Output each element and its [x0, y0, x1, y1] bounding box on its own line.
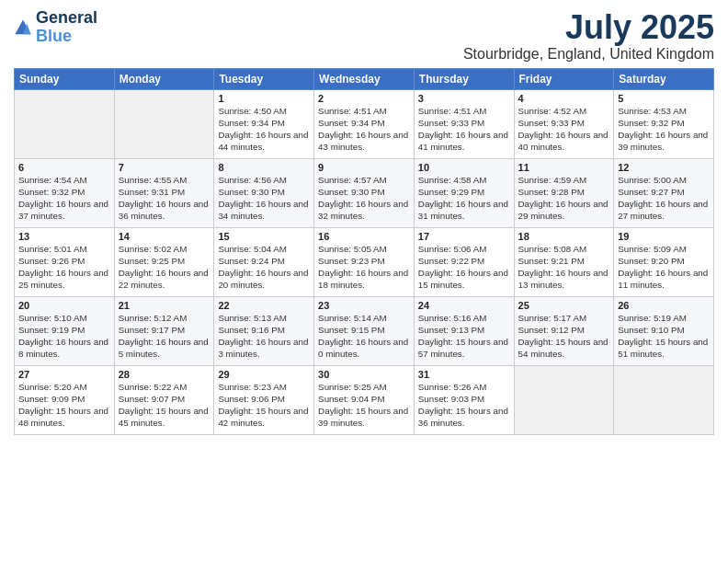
- day-number: 27: [18, 369, 110, 380]
- header: General Blue July 2025 Stourbridge, Engl…: [14, 9, 714, 63]
- day-number: 29: [218, 369, 310, 380]
- cell-inner: 9Sunrise: 4:57 AM Sunset: 9:30 PM Daylig…: [318, 162, 410, 224]
- calendar-cell: 1Sunrise: 4:50 AM Sunset: 9:34 PM Daylig…: [214, 89, 314, 158]
- calendar-cell: 12Sunrise: 5:00 AM Sunset: 9:27 PM Dayli…: [614, 158, 714, 227]
- cell-inner: 7Sunrise: 4:55 AM Sunset: 9:31 PM Daylig…: [119, 162, 210, 224]
- day-header-tuesday: Tuesday: [214, 68, 314, 89]
- day-header-friday: Friday: [514, 68, 614, 89]
- day-number: 10: [418, 162, 510, 173]
- cell-inner: 14Sunrise: 5:02 AM Sunset: 9:25 PM Dayli…: [119, 231, 210, 293]
- calendar-cell: 6Sunrise: 4:54 AM Sunset: 9:32 PM Daylig…: [15, 158, 115, 227]
- calendar-cell: 14Sunrise: 5:02 AM Sunset: 9:25 PM Dayli…: [114, 227, 214, 296]
- day-info: Sunrise: 5:02 AM Sunset: 9:25 PM Dayligh…: [119, 243, 210, 292]
- cell-inner: 22Sunrise: 5:13 AM Sunset: 9:16 PM Dayli…: [218, 300, 310, 362]
- cell-inner: [618, 369, 710, 431]
- calendar-cell: 16Sunrise: 5:05 AM Sunset: 9:23 PM Dayli…: [314, 227, 415, 296]
- day-number: 30: [318, 369, 410, 380]
- calendar-cell: 19Sunrise: 5:09 AM Sunset: 9:20 PM Dayli…: [614, 227, 714, 296]
- calendar-table: SundayMondayTuesdayWednesdayThursdayFrid…: [14, 68, 714, 435]
- day-header-monday: Monday: [114, 68, 214, 89]
- week-row-4: 20Sunrise: 5:10 AM Sunset: 9:19 PM Dayli…: [15, 296, 714, 365]
- calendar-cell: 3Sunrise: 4:51 AM Sunset: 9:33 PM Daylig…: [414, 89, 514, 158]
- day-info: Sunrise: 5:14 AM Sunset: 9:15 PM Dayligh…: [318, 312, 410, 361]
- cell-inner: 24Sunrise: 5:16 AM Sunset: 9:13 PM Dayli…: [418, 300, 510, 362]
- day-info: Sunrise: 5:12 AM Sunset: 9:17 PM Dayligh…: [119, 312, 210, 361]
- day-number: 16: [318, 231, 410, 242]
- day-info: Sunrise: 4:59 AM Sunset: 9:28 PM Dayligh…: [518, 174, 610, 223]
- day-number: 11: [518, 162, 610, 173]
- logo-icon: [14, 18, 32, 37]
- day-number: 19: [618, 231, 710, 242]
- week-row-2: 6Sunrise: 4:54 AM Sunset: 9:32 PM Daylig…: [15, 158, 714, 227]
- calendar-cell: 24Sunrise: 5:16 AM Sunset: 9:13 PM Dayli…: [414, 296, 514, 365]
- cell-inner: 30Sunrise: 5:25 AM Sunset: 9:04 PM Dayli…: [318, 369, 410, 431]
- calendar-cell: 7Sunrise: 4:55 AM Sunset: 9:31 PM Daylig…: [114, 158, 214, 227]
- calendar-cell: 18Sunrise: 5:08 AM Sunset: 9:21 PM Dayli…: [514, 227, 614, 296]
- day-info: Sunrise: 4:50 AM Sunset: 9:34 PM Dayligh…: [218, 105, 310, 154]
- day-number: 22: [218, 300, 310, 311]
- calendar-cell: 10Sunrise: 4:58 AM Sunset: 9:29 PM Dayli…: [414, 158, 514, 227]
- calendar-cell: [114, 89, 214, 158]
- main-title: July 2025: [463, 9, 714, 46]
- calendar-cell: [614, 365, 714, 434]
- title-block: July 2025 Stourbridge, England, United K…: [463, 9, 714, 63]
- day-info: Sunrise: 4:56 AM Sunset: 9:30 PM Dayligh…: [218, 174, 310, 223]
- calendar-cell: 27Sunrise: 5:20 AM Sunset: 9:09 PM Dayli…: [15, 365, 115, 434]
- cell-inner: 10Sunrise: 4:58 AM Sunset: 9:29 PM Dayli…: [418, 162, 510, 224]
- day-number: 4: [518, 93, 610, 104]
- calendar-cell: 2Sunrise: 4:51 AM Sunset: 9:34 PM Daylig…: [314, 89, 415, 158]
- days-row: SundayMondayTuesdayWednesdayThursdayFrid…: [15, 68, 714, 89]
- day-info: Sunrise: 5:04 AM Sunset: 9:24 PM Dayligh…: [218, 243, 310, 292]
- day-info: Sunrise: 5:20 AM Sunset: 9:09 PM Dayligh…: [18, 381, 110, 430]
- day-number: 13: [18, 231, 110, 242]
- day-number: 6: [18, 162, 110, 173]
- day-number: 2: [318, 93, 410, 104]
- cell-inner: 27Sunrise: 5:20 AM Sunset: 9:09 PM Dayli…: [18, 369, 110, 431]
- cell-inner: 11Sunrise: 4:59 AM Sunset: 9:28 PM Dayli…: [518, 162, 610, 224]
- calendar-cell: 28Sunrise: 5:22 AM Sunset: 9:07 PM Dayli…: [114, 365, 214, 434]
- calendar-cell: 26Sunrise: 5:19 AM Sunset: 9:10 PM Dayli…: [614, 296, 714, 365]
- day-info: Sunrise: 5:19 AM Sunset: 9:10 PM Dayligh…: [618, 312, 710, 361]
- cell-inner: 23Sunrise: 5:14 AM Sunset: 9:15 PM Dayli…: [318, 300, 410, 362]
- calendar-cell: 23Sunrise: 5:14 AM Sunset: 9:15 PM Dayli…: [314, 296, 415, 365]
- day-info: Sunrise: 5:25 AM Sunset: 9:04 PM Dayligh…: [318, 381, 410, 430]
- day-number: 21: [119, 300, 210, 311]
- cell-inner: [18, 93, 110, 155]
- day-info: Sunrise: 4:53 AM Sunset: 9:32 PM Dayligh…: [618, 105, 710, 154]
- day-header-sunday: Sunday: [15, 68, 115, 89]
- cell-inner: 29Sunrise: 5:23 AM Sunset: 9:06 PM Dayli…: [218, 369, 310, 431]
- day-number: 31: [418, 369, 510, 380]
- logo: General Blue: [14, 9, 97, 46]
- calendar-cell: 17Sunrise: 5:06 AM Sunset: 9:22 PM Dayli…: [414, 227, 514, 296]
- calendar-cell: 13Sunrise: 5:01 AM Sunset: 9:26 PM Dayli…: [15, 227, 115, 296]
- day-info: Sunrise: 5:17 AM Sunset: 9:12 PM Dayligh…: [518, 312, 610, 361]
- cell-inner: [518, 369, 610, 431]
- calendar-cell: [514, 365, 614, 434]
- cell-inner: 8Sunrise: 4:56 AM Sunset: 9:30 PM Daylig…: [218, 162, 310, 224]
- cell-inner: 3Sunrise: 4:51 AM Sunset: 9:33 PM Daylig…: [418, 93, 510, 155]
- calendar-cell: 15Sunrise: 5:04 AM Sunset: 9:24 PM Dayli…: [214, 227, 314, 296]
- cell-inner: 2Sunrise: 4:51 AM Sunset: 9:34 PM Daylig…: [318, 93, 410, 155]
- calendar-cell: 8Sunrise: 4:56 AM Sunset: 9:30 PM Daylig…: [214, 158, 314, 227]
- day-number: 25: [518, 300, 610, 311]
- day-header-thursday: Thursday: [414, 68, 514, 89]
- cell-inner: 1Sunrise: 4:50 AM Sunset: 9:34 PM Daylig…: [218, 93, 310, 155]
- calendar-cell: 21Sunrise: 5:12 AM Sunset: 9:17 PM Dayli…: [114, 296, 214, 365]
- cell-inner: 17Sunrise: 5:06 AM Sunset: 9:22 PM Dayli…: [418, 231, 510, 293]
- day-number: 14: [119, 231, 210, 242]
- day-number: 5: [618, 93, 710, 104]
- day-number: 3: [418, 93, 510, 104]
- cell-inner: 31Sunrise: 5:26 AM Sunset: 9:03 PM Dayli…: [418, 369, 510, 431]
- day-number: 7: [119, 162, 210, 173]
- calendar-cell: 5Sunrise: 4:53 AM Sunset: 9:32 PM Daylig…: [614, 89, 714, 158]
- day-info: Sunrise: 4:51 AM Sunset: 9:33 PM Dayligh…: [418, 105, 510, 154]
- cell-inner: 21Sunrise: 5:12 AM Sunset: 9:17 PM Dayli…: [119, 300, 210, 362]
- day-number: 1: [218, 93, 310, 104]
- calendar-cell: 20Sunrise: 5:10 AM Sunset: 9:19 PM Dayli…: [15, 296, 115, 365]
- calendar-cell: 9Sunrise: 4:57 AM Sunset: 9:30 PM Daylig…: [314, 158, 415, 227]
- cell-inner: 12Sunrise: 5:00 AM Sunset: 9:27 PM Dayli…: [618, 162, 710, 224]
- day-info: Sunrise: 4:52 AM Sunset: 9:33 PM Dayligh…: [518, 105, 610, 154]
- calendar-cell: 4Sunrise: 4:52 AM Sunset: 9:33 PM Daylig…: [514, 89, 614, 158]
- day-number: 12: [618, 162, 710, 173]
- day-info: Sunrise: 4:58 AM Sunset: 9:29 PM Dayligh…: [418, 174, 510, 223]
